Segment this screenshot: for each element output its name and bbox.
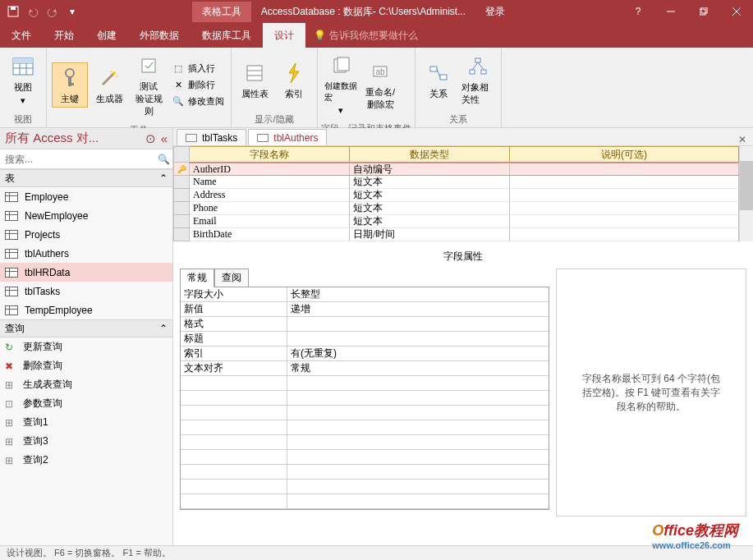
cell-fieldname[interactable]: Name (190, 176, 350, 189)
qat-dropdown-icon[interactable]: ▾ (64, 3, 80, 20)
row-selector[interactable] (173, 228, 190, 241)
nav-table-item[interactable]: tblTasks (0, 282, 172, 301)
rename-delete-macro-button[interactable]: ab 重命名/ 删除宏 (362, 57, 398, 112)
minimize-button[interactable] (654, 0, 687, 23)
cell-fieldname[interactable]: AutherID (190, 163, 350, 176)
field-row[interactable]: Address短文本 (173, 189, 739, 202)
cell-description[interactable] (510, 228, 739, 241)
field-row[interactable]: Phone短文本 (173, 202, 739, 215)
menu-design[interactable]: 设计 (263, 23, 305, 48)
indexes-button[interactable]: 索引 (276, 58, 312, 102)
row-selector[interactable] (173, 189, 190, 202)
create-macro-button[interactable]: 创建数据宏 ▾ (323, 51, 359, 117)
field-row[interactable]: Name短文本 (173, 176, 739, 189)
test-rules-button[interactable]: 测试 验证规则 (131, 51, 167, 119)
cell-fieldname[interactable]: Phone (190, 202, 350, 215)
circle-dropdown-icon[interactable]: ⊙ (145, 131, 156, 146)
props-tab-lookup[interactable]: 查阅 (214, 269, 249, 287)
nav-query-item[interactable]: ⊡参数查询 (0, 394, 172, 413)
nav-header[interactable]: 所有 Access 对... ⊙ « (0, 128, 172, 149)
cell-fieldname[interactable]: Address (190, 189, 350, 202)
cell-description[interactable] (510, 215, 739, 228)
nav-table-item[interactable]: tblHRData (0, 263, 172, 282)
view-button[interactable]: 视图 ▾ (5, 52, 41, 108)
primary-key-button[interactable]: 主键 (52, 62, 88, 108)
search-icon[interactable]: 🔍 (154, 154, 172, 165)
menu-create[interactable]: 创建 (85, 23, 128, 48)
nav-query-item[interactable]: ✖删除查询 (0, 356, 172, 375)
vertical-scrollbar[interactable] (739, 146, 753, 241)
row-selector[interactable] (173, 202, 190, 215)
select-all-cell[interactable] (173, 146, 190, 163)
cell-datatype[interactable]: 自动编号 (350, 163, 510, 176)
property-value[interactable]: 递增 (287, 302, 549, 316)
nav-section-queries[interactable]: 查询⌃ (0, 319, 172, 337)
search-input[interactable] (0, 154, 154, 165)
property-row[interactable]: 索引有(无重复) (181, 347, 549, 361)
redo-icon[interactable] (44, 3, 61, 20)
nav-table-item[interactable]: NewEmployee (0, 206, 172, 225)
row-selector[interactable] (173, 176, 190, 189)
nav-table-item[interactable]: TempEmployee (0, 301, 172, 319)
property-sheet-button[interactable]: 属性表 (236, 58, 273, 102)
insert-row-button[interactable]: ⬚插入行 (170, 62, 226, 76)
document-tab[interactable]: tblAuthers (248, 129, 327, 145)
nav-table-item[interactable]: Projects (0, 225, 172, 244)
close-tab-icon[interactable]: ✕ (732, 134, 753, 145)
props-tab-general[interactable]: 常规 (180, 269, 214, 287)
field-row[interactable]: 🔑AutherID自动编号 (173, 163, 739, 176)
property-row[interactable]: 标题 (181, 332, 549, 347)
cell-description[interactable] (510, 163, 739, 176)
nav-query-item[interactable]: ⊞生成表查询 (0, 375, 172, 394)
col-description[interactable]: 说明(可选) (510, 146, 739, 163)
property-value[interactable] (287, 332, 549, 346)
col-datatype[interactable]: 数据类型 (350, 146, 510, 163)
row-selector[interactable] (173, 215, 190, 228)
field-row[interactable]: Email短文本 (173, 215, 739, 228)
col-fieldname[interactable]: 字段名称 (190, 146, 350, 163)
field-row[interactable]: BirthDate日期/时间 (173, 228, 739, 241)
delete-row-button[interactable]: ✕删除行 (170, 78, 226, 93)
cell-datatype[interactable]: 短文本 (350, 202, 510, 215)
property-value[interactable]: 有(无重复) (287, 347, 549, 360)
property-row[interactable]: 格式 (181, 317, 549, 332)
nav-query-item[interactable]: ↻更新查询 (0, 337, 172, 356)
menu-file[interactable]: 文件 (0, 23, 43, 48)
login-link[interactable]: 登录 (475, 5, 515, 19)
nav-query-item[interactable]: ⊞查询1 (0, 413, 172, 432)
close-button[interactable] (720, 0, 753, 23)
menu-home[interactable]: 开始 (43, 23, 85, 48)
property-value[interactable] (287, 317, 549, 331)
row-selector[interactable]: 🔑 (173, 163, 190, 176)
cell-description[interactable] (510, 189, 739, 202)
undo-icon[interactable] (25, 3, 41, 20)
save-icon[interactable] (5, 3, 21, 20)
document-tab[interactable]: tblTasks (177, 129, 246, 145)
cell-fieldname[interactable]: BirthDate (190, 228, 350, 241)
builder-button[interactable]: 生成器 (91, 63, 127, 107)
cell-datatype[interactable]: 日期/时间 (350, 228, 510, 241)
nav-query-item[interactable]: ⊞查询2 (0, 451, 172, 470)
property-row[interactable]: 字段大小长整型 (181, 287, 549, 302)
property-row[interactable]: 新值递增 (181, 302, 549, 317)
menu-external[interactable]: 外部数据 (128, 23, 191, 48)
collapse-icon[interactable]: « (161, 131, 168, 145)
property-row[interactable]: 文本对齐常规 (181, 361, 549, 376)
relationships-button[interactable]: 关系 (420, 58, 457, 102)
nav-query-item[interactable]: ⊞查询3 (0, 432, 172, 451)
menu-dbtools[interactable]: 数据库工具 (191, 23, 263, 48)
property-value[interactable]: 长整型 (287, 287, 549, 301)
cell-description[interactable] (510, 176, 739, 189)
cell-description[interactable] (510, 202, 739, 215)
tell-me-search[interactable]: 💡 告诉我你想要做什么 (305, 29, 426, 43)
cell-datatype[interactable]: 短文本 (350, 189, 510, 202)
object-deps-button[interactable]: 对象相关性 (460, 52, 496, 108)
nav-section-tables[interactable]: 表⌃ (0, 169, 172, 187)
cell-fieldname[interactable]: Email (190, 215, 350, 228)
nav-table-item[interactable]: tblAuthers (0, 244, 172, 263)
cell-datatype[interactable]: 短文本 (350, 176, 510, 189)
modify-lookup-button[interactable]: 🔍修改查阅 (170, 94, 226, 109)
nav-table-item[interactable]: Employee (0, 187, 172, 206)
property-value[interactable]: 常规 (287, 361, 549, 375)
cell-datatype[interactable]: 短文本 (350, 215, 510, 228)
